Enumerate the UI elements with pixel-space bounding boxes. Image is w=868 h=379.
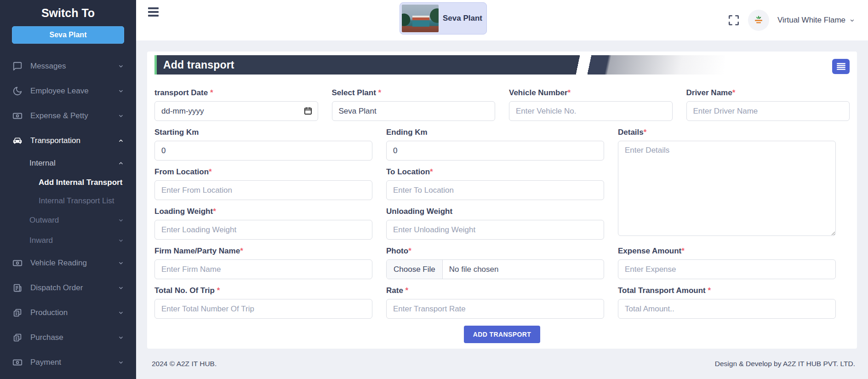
transport-date-input[interactable]: [154, 101, 318, 121]
from-location-input[interactable]: [154, 180, 372, 200]
section-title-bar: Add transport: [154, 55, 725, 75]
add-transport-button[interactable]: ADD TRANSPORT: [464, 326, 541, 343]
chevron-down-icon: [118, 285, 124, 291]
details-textarea[interactable]: [618, 141, 836, 236]
select-plant-field: Select Plant *: [332, 88, 496, 121]
rate-field: Rate *: [386, 286, 604, 319]
main-area: Seva Plant Virtual White Flame Add tra: [136, 0, 868, 379]
money-icon: [12, 357, 23, 368]
details-field: Details*: [618, 128, 836, 240]
required-star: *: [209, 167, 212, 176]
sidebar-item-label: Purchase: [30, 333, 63, 342]
chevron-down-icon: [118, 113, 124, 119]
sidebar-item-employee[interactable]: Employee: [0, 375, 136, 379]
required-star: *: [681, 247, 685, 255]
to-location-input[interactable]: [386, 180, 604, 200]
add-transport-card: Add transport transport Date *: [147, 52, 857, 349]
total-trips-field: Total No. Of Trip *: [154, 286, 372, 319]
sidebar-item-purchase[interactable]: Purchase: [0, 325, 136, 350]
moon-icon: [12, 86, 23, 97]
ending-km-field: Ending Km: [386, 128, 604, 161]
chevron-down-icon: [118, 359, 124, 366]
pages-icon: [12, 307, 23, 318]
sidebar-item-expense-petty[interactable]: Expense & Petty: [0, 103, 136, 128]
sidebar-item-label: Add Internal Transport: [39, 178, 122, 187]
sidebar-item-messages[interactable]: Messages: [0, 54, 136, 79]
expense-amount-field: Expense Amount*: [618, 247, 836, 279]
page-title: Add transport: [157, 59, 234, 71]
sidebar-item-payment[interactable]: Payment: [0, 350, 136, 375]
starting-km-field: Starting Km: [154, 128, 372, 161]
required-star: *: [213, 207, 216, 216]
transport-list-button[interactable]: [832, 59, 850, 74]
sidebar-item-label: Messages: [30, 62, 66, 71]
chevron-up-icon: [118, 138, 124, 144]
sidebar-item-label: Vehicle Reading: [30, 258, 87, 268]
sidebar-item-dispatch-order[interactable]: Dispatch Order: [0, 276, 136, 300]
total-trips-input[interactable]: [154, 299, 372, 319]
sidebar-item-add-internal-transport[interactable]: Add Internal Transport: [0, 173, 136, 192]
chevron-down-icon: [118, 334, 124, 341]
sidebar-item-internal-transport-list[interactable]: Internal Transport List: [0, 192, 136, 210]
sidebar-item-transportation[interactable]: Transportation: [0, 128, 136, 153]
money-icon: [12, 258, 23, 269]
active-plant-button[interactable]: Seva Plant: [12, 26, 124, 44]
required-star: *: [568, 88, 571, 97]
footer-copyright: 2024 © A2Z IT HUB.: [152, 360, 217, 368]
required-star: *: [403, 286, 408, 295]
sidebar-item-inward[interactable]: Inward: [0, 230, 136, 251]
vehicle-number-field: Vehicle Number*: [509, 88, 673, 121]
expense-amount-input[interactable]: [618, 259, 836, 279]
ending-km-input[interactable]: [386, 141, 604, 161]
document-icon: [12, 282, 23, 293]
sidebar-item-employee-leave[interactable]: Employee Leave: [0, 79, 136, 103]
sidebar-item-vehicle-reading[interactable]: Vehicle Reading: [0, 251, 136, 276]
choose-file-button[interactable]: Choose File: [387, 260, 443, 279]
firm-name-input[interactable]: [154, 259, 372, 279]
firm-name-field: Firm Name/Party Name*: [154, 247, 372, 279]
required-star: *: [208, 88, 213, 97]
required-star: *: [240, 247, 243, 255]
plant-name: Seva Plant: [443, 14, 482, 23]
sidebar-item-production[interactable]: Production: [0, 300, 136, 325]
chevron-up-icon: [118, 160, 124, 167]
required-star: *: [408, 247, 411, 255]
chevron-down-icon: [118, 260, 124, 266]
photo-field: Photo* Choose File No file chosen: [386, 247, 604, 279]
required-star: *: [376, 88, 381, 97]
form-rows-2-4: Starting Km Ending Km Details* From Loca…: [154, 128, 836, 240]
sidebar-item-label: Transportation: [30, 136, 80, 145]
sidebar-item-label: Expense & Petty: [30, 111, 88, 121]
chevron-down-icon: [118, 310, 124, 316]
required-star: *: [706, 286, 711, 295]
user-name: Virtual White Flame: [777, 16, 845, 25]
hamburger-menu-icon[interactable]: [148, 7, 159, 18]
required-star: *: [430, 167, 433, 176]
unloading-weight-input[interactable]: [386, 220, 604, 240]
topbar: Seva Plant Virtual White Flame: [136, 0, 868, 40]
plant-photo: [402, 5, 439, 32]
chat-icon: [12, 61, 23, 72]
rate-input[interactable]: [386, 299, 604, 319]
fullscreen-icon[interactable]: [728, 14, 740, 26]
unloading-weight-field: Unloading Weight: [386, 207, 604, 240]
current-plant-card[interactable]: Seva Plant: [400, 2, 487, 34]
sidebar-item-internal[interactable]: Internal: [0, 153, 136, 173]
avatar[interactable]: [748, 10, 769, 31]
user-menu[interactable]: Virtual White Flame: [777, 16, 855, 25]
sidebar-item-label: Internal Transport List: [39, 196, 114, 206]
loading-weight-input[interactable]: [154, 220, 372, 240]
content-area: Add transport transport Date *: [136, 40, 868, 349]
sidebar-item-outward[interactable]: Outward: [0, 210, 136, 230]
starting-km-input[interactable]: [154, 141, 372, 161]
sidebar-item-label: Internal: [29, 159, 56, 168]
select-plant-input[interactable]: [332, 101, 496, 121]
sidebar-item-label: Payment: [30, 358, 61, 367]
footer: 2024 © A2Z IT HUB. Design & Develop by A…: [136, 349, 868, 379]
driver-name-input[interactable]: [686, 101, 850, 121]
required-star: *: [644, 128, 647, 137]
photo-file-input[interactable]: Choose File No file chosen: [386, 259, 604, 279]
sidebar-item-label: Employee Leave: [30, 86, 89, 96]
total-amount-input[interactable]: [618, 299, 836, 319]
vehicle-number-input[interactable]: [509, 101, 673, 121]
